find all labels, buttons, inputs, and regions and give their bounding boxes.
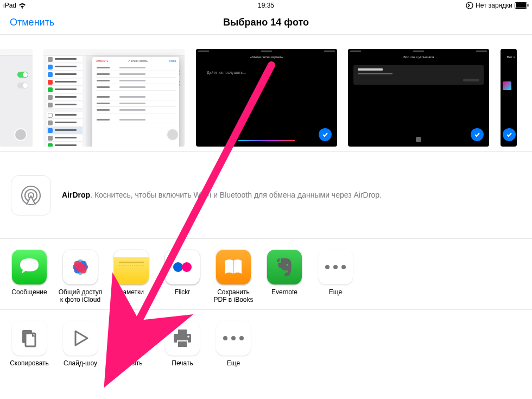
- action-label: Скрыть: [121, 359, 143, 375]
- svg-rect-4: [528, 4, 529, 7]
- charge-label: Нет зарядки: [476, 2, 512, 9]
- app-more[interactable]: Еще: [313, 250, 358, 304]
- play-icon: [71, 329, 90, 347]
- action-label: Печать: [172, 359, 193, 375]
- thumb-hint: Дайте-ка послушать…: [207, 71, 246, 74]
- cancel-button[interactable]: Отменить: [10, 17, 54, 28]
- airdrop-icon: [11, 175, 51, 216]
- photos-icon: [68, 255, 93, 280]
- messages-icon: [17, 255, 41, 279]
- more-icon: [223, 336, 244, 340]
- svg-point-29: [187, 335, 189, 338]
- app-label: Evernote: [271, 288, 297, 303]
- thumb-caption: Вот что я услышала: [403, 55, 434, 59]
- photo-thumb[interactable]: Отменить Учетная запись Готово: [43, 49, 185, 147]
- app-notes[interactable]: Заметки: [109, 250, 154, 304]
- not-charging-icon: [466, 2, 473, 9]
- page-title: Выбрано 14 фото: [223, 17, 309, 28]
- action-label: Еще: [227, 359, 240, 375]
- app-ibooks[interactable]: Сохранить PDF в iBooks: [211, 250, 256, 304]
- modal-title: Учетная запись: [128, 59, 148, 62]
- airdrop-text: AirDrop. Коснитесь, чтобы включить Wi-Fi…: [62, 190, 382, 201]
- action-slideshow[interactable]: Слайд-шоу: [58, 321, 103, 375]
- app-label: Сообщение: [11, 288, 47, 303]
- thumb-caption: «Какая песня играет»: [250, 55, 283, 59]
- card-title: [358, 68, 383, 71]
- svg-point-19: [182, 262, 192, 272]
- share-apps-row: Сообщение Общий доступ к фото iCloud: [0, 239, 532, 309]
- svg-point-18: [173, 262, 183, 272]
- clock: 19:35: [258, 2, 274, 9]
- evernote-icon: [275, 256, 294, 278]
- share-sheet-header: Отменить Выбрано 14 фото: [0, 11, 532, 35]
- selected-photos-strip[interactable]: Отменить Учетная запись Готово «Какая пе…: [0, 35, 532, 152]
- copy-icon: [19, 328, 40, 349]
- app-messages[interactable]: Сообщение: [7, 250, 52, 304]
- notes-icon: [119, 261, 144, 269]
- action-hide[interactable]: Скрыть: [109, 321, 154, 375]
- action-print[interactable]: Печать: [160, 321, 205, 375]
- airdrop-section[interactable]: AirDrop. Коснитесь, чтобы включить Wi-Fi…: [0, 152, 532, 239]
- battery-icon: [515, 2, 529, 9]
- print-icon: [172, 328, 193, 348]
- svg-point-0: [22, 7, 23, 8]
- app-flickr[interactable]: Flickr: [160, 250, 205, 304]
- action-copy[interactable]: Скопировать: [7, 321, 52, 375]
- app-icloud-photos[interactable]: Общий доступ к фото iCloud: [58, 250, 103, 304]
- ibooks-icon: [223, 256, 244, 278]
- app-label: Общий доступ к фото iCloud: [58, 288, 103, 304]
- more-icon: [325, 265, 346, 269]
- status-bar: iPad 19:35 Нет зарядки: [0, 0, 532, 11]
- photo-thumb[interactable]: Вот что я услышала: [348, 49, 489, 147]
- app-evernote[interactable]: Evernote: [262, 250, 307, 304]
- photo-thumb[interactable]: Вот ч: [501, 49, 517, 147]
- selection-badge[interactable]: [319, 128, 332, 141]
- photo-thumb[interactable]: «Какая песня играет» Дайте-ка послушать…: [196, 49, 337, 147]
- svg-rect-27: [178, 330, 187, 334]
- app-label: Flickr: [175, 288, 191, 303]
- app-label: Заметки: [119, 288, 144, 303]
- svg-rect-3: [516, 3, 526, 8]
- action-more[interactable]: Еще: [211, 321, 256, 375]
- modal-done: Готово: [168, 59, 176, 62]
- selection-badge[interactable]: [14, 128, 27, 141]
- device-label: iPad: [3, 2, 16, 9]
- flickr-icon: [170, 255, 195, 280]
- actions-row: Скопировать Слайд-шоу Скрыть Печать: [0, 310, 532, 380]
- hide-icon: [121, 328, 142, 348]
- photo-thumb[interactable]: [0, 49, 33, 147]
- app-label: Сохранить PDF в iBooks: [211, 288, 256, 304]
- thumb-caption: Вот ч: [507, 55, 515, 59]
- svg-point-21: [286, 264, 288, 265]
- card-subtitle: [358, 73, 392, 74]
- svg-rect-28: [178, 341, 187, 347]
- app-label: Еще: [329, 288, 342, 303]
- wifi-icon: [18, 3, 26, 9]
- selection-badge[interactable]: [471, 128, 484, 141]
- action-label: Слайд-шоу: [64, 359, 97, 375]
- selection-badge[interactable]: [503, 128, 516, 141]
- action-label: Скопировать: [10, 359, 49, 375]
- modal-cancel: Отменить: [96, 59, 108, 62]
